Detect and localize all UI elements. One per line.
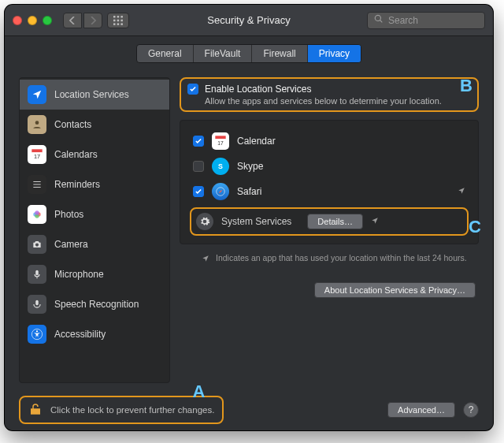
- annotation-b: B: [460, 76, 472, 96]
- details-button[interactable]: Details…: [307, 214, 363, 229]
- lock-section[interactable]: A Click the lock to prevent further chan…: [19, 396, 224, 424]
- advanced-button[interactable]: Advanced…: [387, 402, 455, 418]
- main-pane: Location Services Contacts 17 Calendars …: [5, 71, 493, 389]
- camera-icon: [28, 235, 46, 254]
- recent-location-indicator-icon: [458, 186, 465, 197]
- app-row-skype: S Skype: [190, 154, 469, 179]
- sidebar-item-label: Contacts: [54, 119, 91, 130]
- svg-rect-0: [113, 16, 116, 18]
- close-window-button[interactable]: [13, 16, 22, 25]
- hint-text: Indicates an app that has used your loca…: [216, 252, 467, 263]
- microphone-icon: [28, 265, 46, 284]
- tab-bar: General FileVault Firewall Privacy: [5, 36, 493, 71]
- app-label: Calendar: [237, 136, 276, 147]
- svg-rect-22: [35, 270, 39, 275]
- svg-point-20: [35, 210, 39, 214]
- calendar-app-icon: 17: [212, 132, 229, 150]
- about-location-button[interactable]: About Location Services & Privacy…: [314, 282, 476, 298]
- app-label: Skype: [237, 161, 263, 172]
- forward-button[interactable]: [83, 13, 102, 28]
- accessibility-icon: [28, 325, 46, 344]
- traffic-lights: [13, 16, 52, 25]
- sidebar-item-calendars[interactable]: 17 Calendars: [20, 140, 169, 169]
- app-label: Safari: [237, 186, 261, 197]
- location-arrow-icon: [28, 85, 46, 104]
- svg-text:17: 17: [217, 140, 224, 146]
- minimize-window-button[interactable]: [28, 16, 37, 25]
- location-arrow-icon: [202, 254, 209, 265]
- show-all-button[interactable]: [107, 13, 129, 28]
- sidebar-item-label: Location Services: [54, 89, 129, 100]
- back-button[interactable]: [63, 13, 82, 28]
- content-area: B Enable Location Services Allow the app…: [180, 77, 479, 383]
- annotation-a: A: [193, 382, 206, 402]
- enable-location-checkbox[interactable]: [187, 84, 198, 95]
- svg-rect-4: [117, 19, 120, 21]
- svg-rect-2: [120, 16, 123, 18]
- svg-point-9: [35, 121, 39, 125]
- skype-app-icon: S: [212, 158, 229, 175]
- speech-icon: [28, 295, 46, 314]
- svg-rect-1: [117, 16, 120, 18]
- sidebar-item-label: Camera: [54, 239, 88, 250]
- tab-filevault[interactable]: FileVault: [194, 45, 253, 62]
- preferences-window: Security & Privacy Search General FileVa…: [5, 5, 493, 430]
- svg-text:S: S: [218, 162, 223, 170]
- lock-icon: [28, 402, 43, 418]
- annotation-c: C: [469, 217, 481, 237]
- location-indicator-hint: Indicates an app that has used your loca…: [202, 252, 476, 265]
- svg-point-26: [36, 330, 38, 332]
- sidebar-item-label: Accessibility: [54, 329, 106, 340]
- tab-general[interactable]: General: [137, 45, 194, 62]
- svg-rect-23: [36, 277, 37, 279]
- zoom-window-button[interactable]: [43, 16, 52, 25]
- system-services-row: C System Services Details…: [190, 207, 469, 236]
- enable-location-label: Enable Location Services: [205, 84, 311, 95]
- reminders-icon: [28, 175, 46, 194]
- sidebar-item-label: Speech Recognition: [54, 299, 139, 310]
- sidebar-item-camera[interactable]: Camera: [20, 229, 169, 259]
- tab-privacy[interactable]: Privacy: [308, 45, 361, 62]
- enable-location-description: Allow the apps and services below to det…: [187, 96, 469, 106]
- gear-icon: [196, 213, 213, 230]
- svg-rect-7: [117, 23, 120, 25]
- contacts-icon: [28, 115, 46, 134]
- svg-rect-27: [215, 136, 225, 139]
- tabs: General FileVault Firewall Privacy: [136, 44, 361, 63]
- svg-rect-5: [120, 19, 123, 21]
- svg-point-21: [35, 244, 39, 247]
- app-checkbox-skype[interactable]: [193, 161, 204, 172]
- search-icon: [374, 14, 384, 26]
- svg-rect-8: [120, 23, 123, 25]
- sidebar-item-label: Photos: [54, 209, 83, 220]
- svg-rect-6: [113, 23, 116, 25]
- sidebar-item-reminders[interactable]: Reminders: [20, 169, 169, 199]
- app-row-safari: Safari: [190, 179, 469, 204]
- sidebar-item-label: Calendars: [54, 149, 98, 160]
- photos-icon: [28, 205, 46, 224]
- svg-rect-24: [35, 300, 39, 305]
- sidebar-item-label: Microphone: [54, 269, 104, 280]
- safari-app-icon: [212, 183, 229, 200]
- app-permissions-list[interactable]: 17 Calendar S Skype: [180, 120, 479, 244]
- tab-firewall[interactable]: Firewall: [252, 45, 307, 62]
- sidebar-item-photos[interactable]: Photos: [20, 199, 169, 229]
- sidebar-item-speech-recognition[interactable]: Speech Recognition: [20, 289, 169, 319]
- app-checkbox-safari[interactable]: [193, 186, 204, 197]
- app-checkbox-calendar[interactable]: [193, 136, 204, 147]
- help-button[interactable]: ?: [463, 402, 479, 418]
- sidebar-item-location-services[interactable]: Location Services: [20, 80, 169, 110]
- lock-text: Click the lock to prevent further change…: [50, 405, 214, 415]
- footer: A Click the lock to prevent further chan…: [5, 389, 493, 430]
- search-placeholder: Search: [388, 15, 418, 26]
- calendar-icon: 17: [28, 145, 46, 164]
- enable-location-section: B Enable Location Services Allow the app…: [180, 77, 479, 112]
- svg-rect-10: [32, 149, 42, 152]
- search-field[interactable]: Search: [367, 12, 485, 29]
- nav-buttons: [63, 13, 102, 28]
- sidebar-item-accessibility[interactable]: Accessibility: [20, 319, 169, 349]
- privacy-sidebar[interactable]: Location Services Contacts 17 Calendars …: [19, 77, 170, 383]
- sidebar-item-microphone[interactable]: Microphone: [20, 259, 169, 289]
- sidebar-item-contacts[interactable]: Contacts: [20, 110, 169, 140]
- app-row-calendar: 17 Calendar: [190, 128, 469, 154]
